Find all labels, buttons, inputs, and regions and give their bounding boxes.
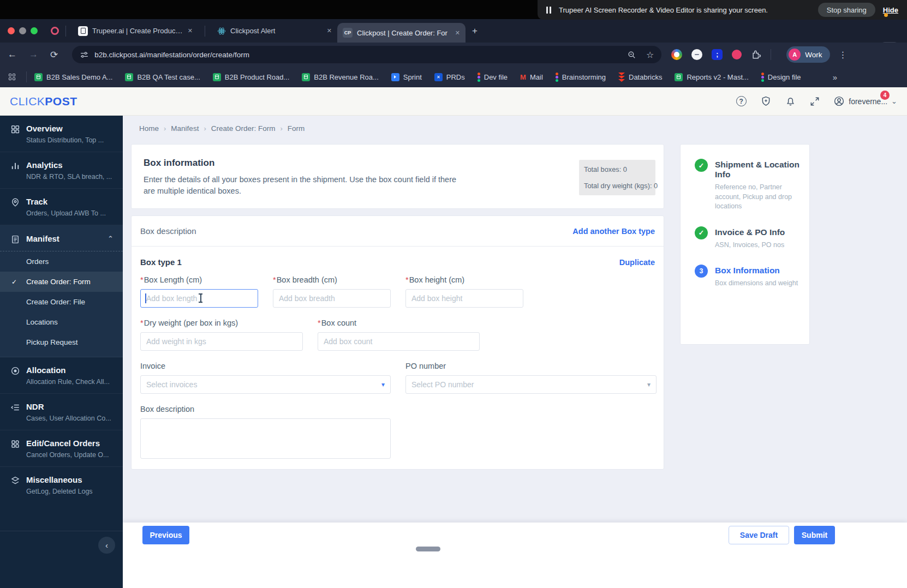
sidebar-subitem-locations[interactable]: Locations	[0, 312, 123, 332]
bell-icon[interactable]	[784, 95, 796, 107]
sidebar-section-manifest: Manifest ⌃ Orders ✓ Create Order: Form C…	[0, 225, 123, 357]
duplicate-link[interactable]: Duplicate	[619, 258, 655, 267]
bookmark-item[interactable]: Reports v2 - Mast...	[675, 73, 748, 81]
sidebar-subitem-create-order-file[interactable]: Create Order: File	[0, 292, 123, 312]
invoice-label: Invoice	[140, 362, 165, 370]
close-tab-icon[interactable]: ✕	[327, 27, 332, 34]
site-info-icon[interactable]	[80, 50, 89, 59]
sidebar-collapse-button[interactable]: ‹	[98, 537, 115, 554]
horizontal-scrollbar-thumb[interactable]	[416, 547, 440, 551]
sidebar-subitem-create-order-form[interactable]: ✓ Create Order: Form	[0, 272, 123, 292]
breadcrumb-home[interactable]: Home	[139, 124, 159, 133]
dry-weight-label: Dry weight (per box in kgs)	[144, 319, 238, 327]
bookmark-item[interactable]: Brainstorming	[556, 73, 606, 82]
invoice-select[interactable]: Select invoices ▾	[140, 375, 391, 394]
breadcrumb-separator: ›	[204, 124, 206, 133]
browser-profile-chip[interactable]: A Work	[786, 46, 830, 63]
clickpost-logo[interactable]: CLICKPOST	[10, 95, 77, 108]
stop-sharing-button[interactable]: Stop sharing	[818, 3, 875, 17]
bookmark-label: Brainstorming	[562, 73, 606, 81]
close-tab-icon[interactable]: ✕	[455, 29, 460, 37]
sidebar-subitem-orders[interactable]: Orders	[0, 251, 123, 272]
bookmark-item[interactable]: MMail	[520, 73, 543, 81]
close-window-button[interactable]	[8, 27, 15, 34]
sidebar-item-allocation[interactable]: Allocation Allocation Rule, Check All...	[0, 357, 123, 394]
refresh-button[interactable]: ⟳	[50, 49, 58, 61]
dropdown-caret-icon: ▾	[381, 381, 385, 388]
po-number-select[interactable]: Select PO number ▾	[405, 375, 657, 394]
apps-grid-icon[interactable]	[9, 74, 15, 80]
sidebar-sublabel: Allocation Rule, Check All...	[26, 378, 115, 386]
bookmark-item[interactable]: ✕PRDs	[434, 73, 465, 81]
sidebar-item-edit-cancel-orders[interactable]: Edit/Cancel Orders Cancel Orders, Update…	[0, 430, 123, 467]
add-another-box-type-link[interactable]: Add another Box type	[572, 227, 655, 236]
figma-icon	[761, 73, 764, 82]
back-button[interactable]: ←	[8, 49, 17, 60]
help-icon[interactable]: ?	[735, 95, 747, 107]
submit-button[interactable]: Submit	[794, 526, 835, 544]
box-description-textarea[interactable]	[140, 418, 391, 459]
extensions-puzzle-icon[interactable]	[751, 49, 762, 60]
bookmark-item[interactable]: Databricks	[618, 73, 662, 82]
breadcrumb-manifest[interactable]: Manifest	[171, 124, 199, 133]
bookmark-star-icon[interactable]: ☆	[646, 50, 654, 60]
subitem-label: Create Order: Form	[26, 278, 91, 286]
box-information-card: Box information Enter the details of all…	[131, 144, 664, 209]
box-breadth-input[interactable]	[273, 289, 391, 308]
zoom-window-button[interactable]	[31, 27, 38, 34]
tab-clickpost-create-order[interactable]: CP Clickpost | Create Order: For ✕	[337, 23, 466, 43]
step-invoice-po[interactable]: ✓ Invoice & PO Info ASN, Invoices, PO no…	[695, 226, 809, 250]
divider	[771, 49, 771, 60]
sidebar-item-overview[interactable]: Overview Status Distribution, Top ...	[0, 116, 123, 152]
bookmark-item[interactable]: B2B Revenue Roa...	[302, 73, 379, 81]
expand-icon[interactable]	[809, 95, 821, 107]
box-count-input[interactable]	[318, 332, 480, 351]
breadcrumb-create-order-form[interactable]: Create Order: Form	[211, 124, 276, 133]
google-extension-icon[interactable]	[671, 49, 682, 60]
url-text[interactable]: b2b.clickpost.ai/manifestation/order/cre…	[94, 51, 249, 59]
meet-extension-icon[interactable]	[691, 49, 702, 60]
sidebar-item-miscellaneous[interactable]: Miscellaneous GetLog, Deleted Logs	[0, 467, 123, 503]
sheets-icon	[213, 73, 221, 81]
form-stepper: ✓ Shipment & Location Info Reference no,…	[680, 144, 810, 345]
sheets-icon	[302, 73, 310, 81]
step-shipment-location[interactable]: ✓ Shipment & Location Info Reference no,…	[695, 159, 809, 212]
shield-icon[interactable]	[760, 95, 772, 107]
bookmark-item[interactable]: Design file	[761, 73, 801, 82]
box-length-input[interactable]	[140, 289, 258, 308]
bookmark-item[interactable]: B2B Product Road...	[213, 73, 290, 81]
bookmark-item[interactable]: B2B Sales Demo A...	[34, 73, 112, 81]
hide-banner-link[interactable]: Hide	[883, 6, 898, 14]
sidebar-subitem-pickup-request[interactable]: Pickup Request	[0, 332, 123, 352]
clickpost-favicon: CP	[343, 28, 353, 38]
tab-trupeer[interactable]: Trupeer.ai | Create Product Vi ✕	[73, 19, 198, 43]
address-bar[interactable]: b2b.clickpost.ai/manifestation/order/cre…	[72, 46, 661, 63]
box-description-label: Box description	[140, 405, 194, 413]
account-menu[interactable]: foreverne... 4 ⌄	[833, 95, 897, 107]
browser-menu-button[interactable]: ⋮	[839, 50, 848, 60]
step-box-information[interactable]: 3 Box Information Box dimensions and wei…	[695, 265, 809, 289]
sidebar-item-track[interactable]: Track Orders, Upload AWB To ...	[0, 189, 123, 225]
tab-clickpost-alert[interactable]: Clickpost Alert ✕	[212, 19, 337, 43]
bookmark-item[interactable]: B2B QA Test case...	[125, 73, 200, 81]
bookmarks-overflow-button[interactable]: »	[833, 73, 837, 82]
box-height-input[interactable]	[405, 289, 523, 308]
zoom-icon[interactable]	[627, 50, 636, 59]
forward-button[interactable]: →	[29, 49, 38, 60]
record-indicator-icon[interactable]	[51, 27, 59, 35]
bookmark-item[interactable]: Sprint	[391, 73, 422, 81]
dry-weight-input[interactable]	[140, 332, 303, 351]
close-tab-icon[interactable]: ✕	[188, 27, 193, 34]
minimize-window-button[interactable]	[19, 27, 26, 34]
sidebar-item-ndr[interactable]: NDR Cases, User Allocation Co...	[0, 394, 123, 430]
pink-extension-icon[interactable]	[732, 50, 742, 59]
previous-button[interactable]: Previous	[142, 526, 189, 544]
window-controls[interactable]	[8, 27, 38, 34]
sidebar-item-manifest[interactable]: Manifest ⌃	[0, 225, 123, 251]
save-draft-button[interactable]: Save Draft	[729, 526, 789, 544]
sidebar-item-analytics[interactable]: Analytics NDR & RTO, SLA breach, ...	[0, 152, 123, 189]
bookmark-item[interactable]: Dev file	[478, 73, 508, 82]
new-tab-button[interactable]: +	[472, 26, 478, 37]
box-description-section-title: Box description	[140, 226, 196, 236]
code-extension-icon[interactable]: ;	[712, 49, 723, 60]
